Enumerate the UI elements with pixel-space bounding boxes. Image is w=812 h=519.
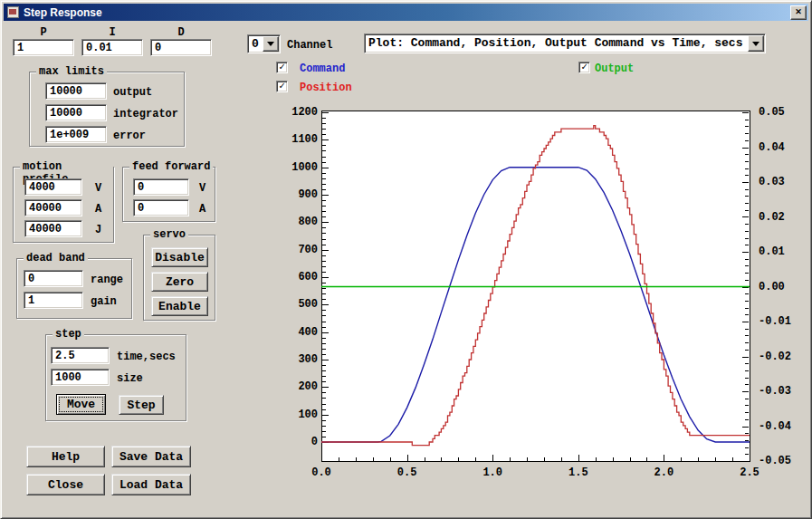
axis-tick-label: 0.02 (759, 212, 785, 223)
axis-tick-label: 1100 (282, 134, 318, 145)
chevron-down-icon (752, 42, 759, 46)
app-icon (7, 6, 19, 18)
window-title: Step Response (24, 6, 102, 19)
profile-velocity-field[interactable]: 4000 (24, 178, 82, 196)
profile-jerk-field[interactable]: 40000 (24, 220, 82, 237)
channel-label: Channel (287, 39, 332, 52)
check-icon: ✓ (279, 62, 285, 72)
axis-tick-label: 0 (282, 437, 318, 447)
axis-tick-label: 300 (282, 354, 318, 365)
profile-jerk-label: J (95, 224, 101, 236)
i-gain-field[interactable]: 0.01 (81, 39, 143, 56)
step-time-field[interactable]: 2.5 (51, 347, 110, 364)
d-gain-field[interactable]: 0 (150, 39, 212, 56)
step-legend: step (53, 328, 84, 341)
axis-tick-label: 0.05 (759, 107, 785, 118)
axis-tick-label: 2.0 (649, 467, 678, 478)
axis-tick-label: -0.03 (759, 386, 791, 397)
max-error-label: error (113, 130, 146, 142)
channel-select[interactable]: 0 (247, 34, 281, 53)
max-output-label: output (113, 86, 152, 99)
axis-tick-label: -0.02 (759, 351, 791, 362)
plot-select[interactable]: Plot: Command, Position, Output Command … (364, 34, 766, 53)
axis-tick-label: -0.01 (759, 316, 791, 327)
dead-band-legend: dead band (24, 252, 88, 264)
move-button[interactable]: Move (56, 394, 106, 415)
axis-tick-label: 2.5 (735, 467, 764, 478)
axis-tick-label: 1.0 (478, 467, 507, 478)
close-window-button[interactable]: Close (26, 474, 105, 495)
axis-tick-label: 700 (282, 245, 318, 255)
output-checkbox-label: Output (595, 62, 634, 75)
chevron-down-icon (267, 42, 274, 46)
deadband-range-label: range (91, 274, 123, 286)
dead-band-group: dead band (16, 258, 132, 319)
step-time-label: time,secs (117, 351, 176, 363)
i-label: I (81, 26, 143, 39)
axis-tick-label: -0.05 (759, 456, 791, 466)
title-bar[interactable]: Step Response ✕ (4, 4, 808, 21)
load-data-button[interactable]: Load Data (111, 474, 191, 495)
deadband-range-field[interactable]: 0 (24, 270, 83, 287)
profile-accel-field[interactable]: 40000 (24, 199, 82, 216)
position-checkbox-label: Position (300, 82, 352, 94)
plot-select-dropdown-button[interactable] (748, 35, 764, 52)
step-response-window: Step Response ✕ P I D 1 0.01 0 max limit… (0, 0, 812, 519)
profile-accel-label: A (95, 203, 101, 216)
axis-tick-label: 600 (282, 272, 318, 283)
deadband-gain-label: gain (91, 295, 117, 308)
servo-legend: servo (150, 228, 188, 241)
position-checkbox[interactable]: ✓ (276, 81, 288, 92)
axis-tick-label: 1200 (282, 107, 318, 118)
ff-velocity-field[interactable]: 0 (133, 178, 189, 196)
max-integrator-field[interactable]: 10000 (45, 104, 107, 121)
ff-velocity-label: V (199, 182, 205, 195)
axis-tick-label: 1.5 (564, 467, 593, 478)
axis-tick-label: 100 (282, 409, 318, 420)
p-label: P (13, 26, 74, 39)
max-integrator-label: integrator (113, 108, 178, 120)
step-button[interactable]: Step (119, 395, 164, 415)
close-button[interactable]: ✕ (790, 5, 807, 20)
p-gain-field[interactable]: 1 (13, 39, 74, 56)
deadband-gain-field[interactable]: 1 (24, 292, 83, 309)
step-response-plot (321, 111, 750, 464)
servo-disable-button[interactable]: Disable (151, 247, 208, 267)
command-checkbox-label: Command (300, 62, 345, 75)
save-data-button[interactable]: Save Data (111, 446, 191, 467)
d-label: D (150, 26, 212, 39)
max-limits-legend: max limits (36, 65, 107, 78)
axis-tick-label: 500 (282, 299, 318, 310)
axis-tick-label: 800 (282, 216, 318, 227)
servo-enable-button[interactable]: Enable (151, 296, 208, 316)
ff-accel-field[interactable]: 0 (133, 199, 189, 216)
axis-tick-label: 0.04 (759, 142, 785, 153)
axis-tick-label: 0.03 (759, 177, 785, 187)
axis-tick-label: 400 (282, 327, 318, 338)
servo-zero-button[interactable]: Zero (151, 272, 208, 292)
ff-accel-label: A (199, 203, 205, 216)
check-icon: ✓ (279, 82, 285, 91)
max-error-field[interactable]: 1e+009 (45, 126, 107, 143)
feed-forward-legend: feed forward (129, 160, 213, 173)
channel-dropdown-button[interactable] (263, 36, 279, 52)
max-output-field[interactable]: 10000 (45, 82, 107, 100)
plot-select-value: Plot: Command, Position, Output Command … (368, 36, 749, 50)
axis-tick-label: 900 (282, 189, 318, 200)
step-size-field[interactable]: 1000 (51, 369, 110, 386)
axis-tick-label: 1000 (282, 162, 318, 173)
axis-tick-label: 0.00 (759, 282, 785, 293)
axis-tick-label: 200 (282, 381, 318, 392)
close-icon: ✕ (795, 8, 802, 16)
check-icon: ✓ (581, 62, 588, 72)
axis-tick-label: -0.04 (759, 421, 791, 432)
help-button[interactable]: Help (26, 446, 105, 467)
output-checkbox[interactable]: ✓ (578, 62, 590, 73)
axis-tick-label: 0.01 (759, 246, 785, 257)
axis-tick-label: 0.5 (393, 467, 422, 478)
command-checkbox[interactable]: ✓ (276, 62, 288, 73)
profile-velocity-label: V (95, 182, 101, 195)
axis-tick-label: 0.0 (307, 467, 336, 478)
step-size-label: size (117, 372, 143, 385)
